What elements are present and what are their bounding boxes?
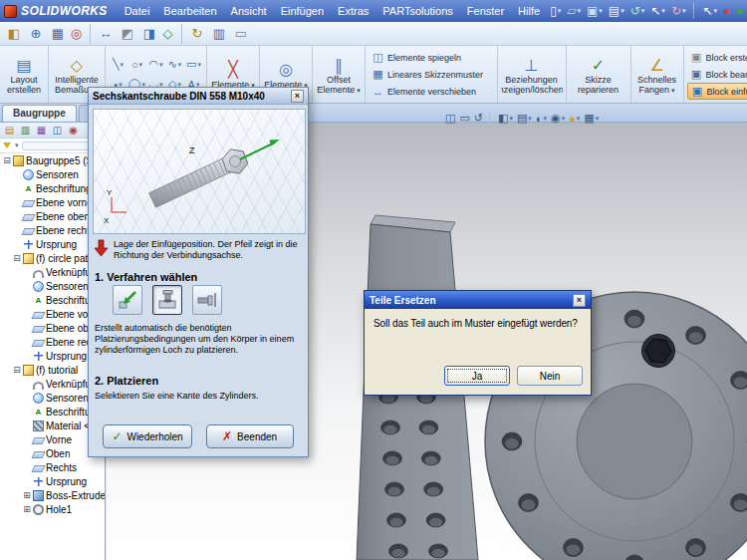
offset-entities-button[interactable]: ∥Offset Elemente▾ bbox=[316, 54, 362, 95]
featuremanager-tab-button[interactable]: ▤ bbox=[2, 124, 17, 138]
rebuild-button[interactable]: ↻▾ bbox=[668, 2, 689, 20]
material-icon bbox=[33, 420, 44, 431]
menu-datei[interactable]: Datei bbox=[118, 1, 157, 21]
flange-hub[interactable] bbox=[577, 384, 692, 499]
quick-snaps-button[interactable]: ∠Schnelles Fangen▾ bbox=[634, 54, 680, 95]
close-icon[interactable]: × bbox=[291, 90, 304, 103]
menu-bearbeiten[interactable]: Bearbeiten bbox=[156, 1, 223, 21]
bolt-preview[interactable]: Z Y X bbox=[93, 109, 306, 234]
trim-entities-button[interactable]: ╳Elemente▾ bbox=[210, 59, 256, 91]
cursor-icon: ↖ bbox=[702, 4, 712, 18]
smart-fasteners-icon: ◎ bbox=[71, 26, 82, 41]
convert-entities-button[interactable]: ◎Elemente▾ bbox=[263, 59, 309, 91]
new-document-button[interactable]: ▯▾ bbox=[547, 2, 564, 20]
assembly-features-button[interactable]: ◨ bbox=[138, 24, 160, 44]
menu-ansicht[interactable]: Ansicht bbox=[224, 1, 274, 21]
smart-fasteners-button[interactable]: ◎ bbox=[69, 24, 91, 44]
line-tool-button[interactable]: ╲▾ bbox=[109, 55, 127, 75]
section-view-icon: ◧ bbox=[498, 112, 508, 125]
measure-button[interactable]: ▭ bbox=[230, 24, 252, 44]
menu-einfgen[interactable]: Einfügen bbox=[274, 1, 331, 21]
move-component-button[interactable]: ↔ bbox=[95, 24, 117, 44]
section-view-button[interactable]: ◧▾ bbox=[498, 112, 513, 125]
insert-block-button[interactable]: ▣Block einfügen bbox=[687, 83, 747, 100]
tree-item[interactable]: Rechts bbox=[0, 460, 105, 474]
previous-view-button[interactable]: ↺ bbox=[474, 112, 490, 125]
open-document-button[interactable]: ▱▾ bbox=[564, 2, 584, 20]
create-layout-group: ▤Layout erstellen bbox=[0, 46, 49, 103]
undo-button[interactable]: ↺▾ bbox=[627, 2, 648, 20]
print-document-button[interactable]: ▤▾ bbox=[606, 2, 627, 20]
apply-scene-button[interactable]: ▦▾ bbox=[584, 112, 599, 125]
configurationmanager-tab-button[interactable]: ▦ bbox=[34, 124, 49, 138]
edit-block-button[interactable]: ▣Block bearbeiten bbox=[687, 66, 747, 83]
placement-methods bbox=[113, 285, 222, 315]
dialog-titlebar[interactable]: Teile Ersetzen × bbox=[365, 291, 591, 309]
save-document-icon: ▣ bbox=[587, 4, 598, 18]
create-layout-button[interactable]: ▤Layout erstellen bbox=[3, 54, 45, 95]
menu-fenster[interactable]: Fenster bbox=[460, 1, 511, 21]
menu-hilfe[interactable]: Hilfe bbox=[511, 1, 547, 21]
linear-component-pattern-button[interactable]: ▦ bbox=[47, 24, 69, 44]
propertymanager-tab-button[interactable]: ▥ bbox=[18, 124, 33, 138]
tree-item[interactable]: Ursprung bbox=[0, 474, 105, 488]
dropdown-arrow-icon: ▾ bbox=[487, 71, 491, 79]
display-style-button[interactable]: ◐▾ bbox=[536, 113, 547, 125]
titlebar-toolbar: ▯▾▱▾▣▾▤▾↺▾↖▾↻▾↖▾●●▦ bbox=[547, 2, 747, 20]
save-document-button[interactable]: ▣▾ bbox=[584, 2, 606, 20]
auto-place-method-button[interactable] bbox=[113, 285, 142, 315]
tree-item[interactable]: ⊞Hole1 bbox=[0, 502, 105, 516]
move-entities-label: Elemente verschieben bbox=[387, 87, 476, 97]
expander-minus-icon[interactable]: ⊟ bbox=[12, 365, 22, 375]
insert-into-hole-method-button[interactable] bbox=[152, 285, 182, 315]
cursor-button[interactable]: ↖▾ bbox=[699, 2, 720, 20]
status-red-button[interactable]: ● bbox=[720, 2, 733, 20]
linear-sketch-pattern-icon: ▦ bbox=[372, 68, 384, 81]
expander-minus-icon[interactable]: ⊟ bbox=[12, 253, 22, 263]
dimxpert-tab-button[interactable]: ◫ bbox=[50, 124, 65, 138]
select-button[interactable]: ↖▾ bbox=[647, 2, 668, 20]
bolt-on-flange[interactable] bbox=[642, 335, 675, 368]
dialog-titlebar[interactable]: Sechskantschraube DIN 558 M10x40 × bbox=[89, 88, 308, 105]
expander-plus-icon[interactable]: ⊞ bbox=[22, 490, 32, 500]
display-delete-relations-button[interactable]: ⊥Beziehungen anzeigen/löschen▾ bbox=[501, 54, 563, 95]
zoom-fit-button[interactable]: ◫ bbox=[445, 112, 455, 125]
edit-block-icon: ▣ bbox=[690, 68, 703, 81]
displaymanager-tab-button[interactable]: ◉ bbox=[66, 124, 81, 138]
finish-button[interactable]: ✗ Beenden bbox=[206, 424, 294, 448]
circle-tool-button[interactable]: ○▾ bbox=[127, 55, 146, 75]
filter-funnel-icon[interactable] bbox=[3, 142, 11, 148]
reference-geometry-button[interactable]: ◇ bbox=[160, 24, 182, 44]
repeat-button[interactable]: ✓ Wiederholen bbox=[103, 424, 191, 448]
make-block-button[interactable]: ▣Block erstellen bbox=[687, 49, 747, 66]
new-motion-study-button[interactable]: ↻ bbox=[186, 24, 208, 44]
dropdown-arrow-icon: ▾ bbox=[621, 7, 624, 15]
tab-baugruppe[interactable]: Baugruppe bbox=[2, 105, 77, 122]
repair-sketch-button[interactable]: ✓Skizze reparieren bbox=[570, 54, 627, 95]
view-orientation-button[interactable]: ▤▾ bbox=[517, 112, 532, 125]
linear-sketch-pattern-button[interactable]: ▦Lineares Skizzenmuster▾ bbox=[369, 66, 494, 83]
filter-dropdown-icon[interactable]: ▾ bbox=[15, 141, 19, 149]
mirror-entities-button[interactable]: ◫Elemente spiegeln bbox=[369, 49, 494, 66]
close-icon[interactable]: × bbox=[573, 294, 586, 307]
insert-components-button[interactable]: ◧ bbox=[3, 24, 25, 44]
show-hidden-components-button[interactable]: ◩ bbox=[117, 24, 138, 44]
menu-partsolutions[interactable]: PARTsolutions bbox=[375, 1, 460, 21]
tree-item[interactable]: ⊞Boss-Extrude1 bbox=[0, 488, 105, 502]
mate-button[interactable]: ⊕ bbox=[25, 24, 47, 44]
expander-minus-icon[interactable]: ⊟ bbox=[2, 155, 12, 165]
menu-extras[interactable]: Extras bbox=[331, 1, 375, 21]
sketch-button[interactable]: ▥ bbox=[208, 24, 230, 44]
expander-plus-icon[interactable]: ⊞ bbox=[22, 504, 32, 514]
move-entities-button[interactable]: ↔Elemente verschieben▾ bbox=[369, 83, 494, 100]
yes-button[interactable]: Ja bbox=[444, 366, 510, 386]
spline-tool-button[interactable]: ∿▾ bbox=[165, 55, 184, 75]
manual-place-method-button[interactable] bbox=[192, 285, 222, 315]
rectangle-tool-button[interactable]: ▭▾ bbox=[184, 55, 203, 75]
status-green-button[interactable]: ● bbox=[733, 2, 746, 20]
arc-tool-button[interactable]: ◠▾ bbox=[146, 55, 165, 75]
no-button[interactable]: Nein bbox=[517, 366, 583, 386]
zoom-area-button[interactable]: ▭ bbox=[459, 112, 469, 125]
hide-show-items-button[interactable]: ◉▾ bbox=[551, 112, 565, 125]
edit-appearance-button[interactable]: ●▾ bbox=[569, 113, 580, 125]
